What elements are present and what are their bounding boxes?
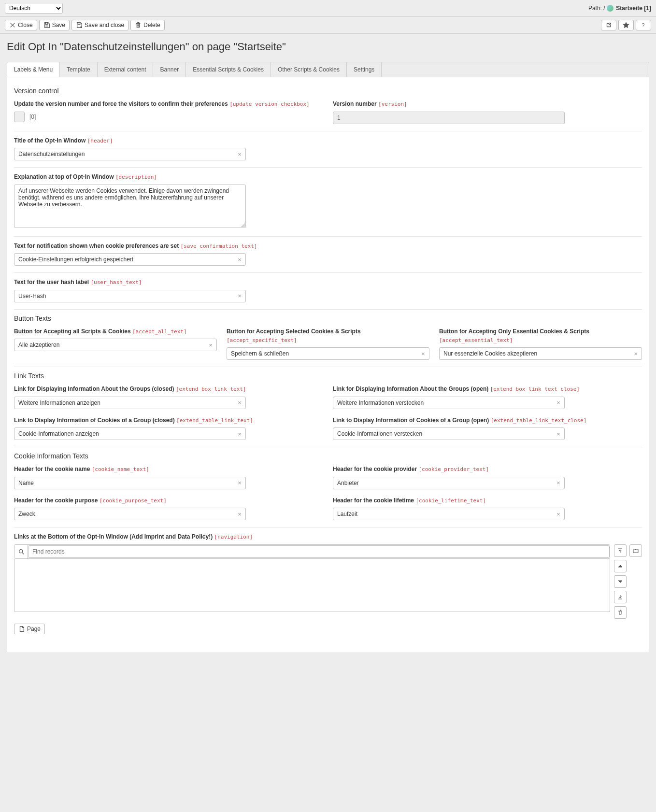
- clear-icon[interactable]: ×: [236, 292, 243, 300]
- extend-table-link-label: Link to Display Information of Cookies o…: [14, 416, 323, 425]
- section-button-texts: Button Texts: [14, 314, 642, 322]
- section-cookie-info: Cookie Information Texts: [14, 452, 642, 460]
- version-number-label: Version number [version]: [333, 100, 642, 109]
- description-textarea[interactable]: [14, 185, 246, 228]
- move-bottom-button[interactable]: [614, 591, 627, 603]
- find-records-input[interactable]: [28, 545, 610, 558]
- tab-template[interactable]: Template: [60, 62, 98, 77]
- browse-button[interactable]: [629, 544, 642, 557]
- user-hash-input[interactable]: [14, 290, 246, 302]
- save-confirm-input[interactable]: [14, 253, 246, 266]
- page-title: Edit Opt In "Datenschutzeinstellungen" o…: [7, 41, 649, 53]
- tab-settings[interactable]: Settings: [347, 62, 382, 77]
- module-buttons: ?: [601, 20, 651, 30]
- delete-button[interactable]: Delete: [130, 20, 165, 30]
- svg-text:?: ?: [642, 22, 645, 28]
- clear-icon[interactable]: ×: [419, 350, 427, 357]
- save-confirm-label: Text for notification shown when cookie …: [14, 242, 642, 251]
- clear-icon[interactable]: ×: [236, 399, 243, 407]
- close-icon: [9, 22, 16, 28]
- cookie-provider-input[interactable]: [333, 477, 565, 489]
- clear-icon[interactable]: ×: [236, 430, 243, 438]
- cookie-purpose-label: Header for the cookie purpose [cookie_pu…: [14, 496, 323, 505]
- save-close-icon: [76, 22, 83, 28]
- cookie-purpose-input[interactable]: [14, 508, 246, 520]
- header-label: Title of the Opt-In Window [header]: [14, 136, 642, 145]
- extend-table-link-close-label: Link to Display Information of Cookies o…: [333, 416, 642, 425]
- tab-essential[interactable]: Essential Scripts & Cookies: [186, 62, 271, 77]
- tab-other[interactable]: Other Scripts & Cookies: [271, 62, 347, 77]
- extend-box-link-input[interactable]: [14, 397, 246, 409]
- accept-all-label: Button for Accepting all Scripts & Cooki…: [14, 327, 217, 336]
- cookie-name-label: Header for the cookie name [cookie_name_…: [14, 465, 323, 474]
- version-number-input: [333, 112, 565, 124]
- clear-icon[interactable]: ×: [555, 430, 562, 438]
- svg-point-1: [19, 549, 22, 553]
- move-up-button[interactable]: [614, 560, 627, 572]
- section-link-texts: Link Texts: [14, 372, 642, 380]
- clear-icon[interactable]: ×: [236, 256, 243, 263]
- topbar: Deutsch Path: / Startseite [1]: [0, 0, 656, 17]
- accept-all-input[interactable]: [14, 339, 217, 351]
- accept-essential-label: Button for Accepting Only Essential Cook…: [439, 327, 642, 345]
- star-icon: [623, 22, 629, 28]
- update-version-label: Update the version number and force the …: [14, 100, 323, 109]
- description-label: Explanation at top of Opt-In Window [des…: [14, 172, 642, 182]
- clear-icon[interactable]: ×: [555, 479, 562, 487]
- navigation-listbox[interactable]: [14, 559, 610, 612]
- extend-box-link-close-input[interactable]: [333, 397, 565, 409]
- globe-icon: [607, 5, 613, 12]
- clear-icon[interactable]: ×: [236, 479, 243, 487]
- update-version-checkbox[interactable]: [14, 112, 25, 122]
- page-icon: [18, 626, 25, 632]
- clear-icon[interactable]: ×: [555, 399, 562, 407]
- extend-box-link-label: Link for Displaying Information About th…: [14, 385, 323, 394]
- clear-icon[interactable]: ×: [236, 150, 243, 158]
- accept-essential-input[interactable]: [439, 347, 642, 360]
- update-version-value: [0]: [29, 114, 36, 120]
- extend-table-link-close-input[interactable]: [333, 427, 565, 440]
- bookmark-button[interactable]: [618, 20, 634, 30]
- navigation-label: Links at the Bottom of the Opt-In Window…: [14, 532, 642, 541]
- help-button[interactable]: ?: [636, 20, 651, 30]
- trash-icon: [135, 22, 142, 28]
- accept-specific-label: Button for Accepting Selected Cookies & …: [227, 327, 429, 345]
- close-button[interactable]: Close: [5, 20, 37, 30]
- save-icon: [43, 22, 50, 28]
- tab-labels-menu[interactable]: Labels & Menu: [7, 62, 60, 77]
- search-icon: [14, 545, 28, 558]
- section-version-control: Version control: [14, 87, 642, 95]
- external-link-icon: [605, 22, 612, 28]
- clear-icon[interactable]: ×: [555, 510, 562, 518]
- cookie-lifetime-input[interactable]: [333, 508, 565, 520]
- move-down-button[interactable]: [614, 575, 627, 588]
- extend-table-link-input[interactable]: [14, 427, 246, 440]
- action-buttons: Close Save Save and close Delete: [5, 20, 165, 30]
- accept-specific-input[interactable]: [227, 347, 429, 360]
- tabs: Labels & Menu Template External content …: [7, 62, 649, 77]
- panel: Version control Update the version numbe…: [7, 77, 649, 653]
- clear-icon[interactable]: ×: [207, 341, 214, 349]
- remove-button[interactable]: [614, 606, 627, 619]
- user-hash-label: Text for the user hash label [user_hash_…: [14, 278, 642, 287]
- extend-box-link-close-label: Link for Displaying Information About th…: [333, 385, 642, 394]
- header-input[interactable]: [14, 148, 246, 160]
- breadcrumb: Path: / Startseite [1]: [588, 5, 651, 12]
- tab-external[interactable]: External content: [98, 62, 154, 77]
- cookie-name-input[interactable]: [14, 477, 246, 489]
- language-select[interactable]: Deutsch: [5, 3, 63, 14]
- tab-banner[interactable]: Banner: [153, 62, 186, 77]
- save-button[interactable]: Save: [39, 20, 70, 30]
- clear-icon[interactable]: ×: [236, 510, 243, 518]
- save-close-button[interactable]: Save and close: [71, 20, 128, 30]
- docheader: Close Save Save and close Delete ?: [0, 17, 656, 34]
- help-icon: ?: [640, 22, 647, 28]
- add-page-button[interactable]: Page: [14, 624, 45, 634]
- cookie-lifetime-label: Header for the cookie lifetime [cookie_l…: [333, 496, 642, 505]
- move-top-button[interactable]: [614, 544, 627, 557]
- open-new-button[interactable]: [601, 20, 616, 30]
- cookie-provider-label: Header for the cookie provider [cookie_p…: [333, 465, 642, 474]
- clear-icon[interactable]: ×: [632, 350, 640, 357]
